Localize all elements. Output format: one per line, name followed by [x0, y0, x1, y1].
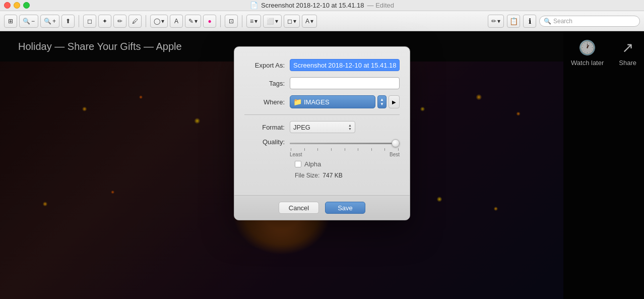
annotation-btn[interactable]: ✎▾ — [185, 15, 201, 28]
alpha-label: Alpha — [304, 160, 321, 168]
window-title: 📄 Screenshot 2018-12-10 at 15.41.18 — Ed… — [250, 2, 394, 9]
export-as-row: Export As: — [244, 59, 400, 71]
select-tool-btn[interactable]: ◻ — [83, 15, 96, 28]
quality-row: Quality: — [244, 138, 400, 157]
title-icon: 📄 — [250, 2, 258, 9]
color-icon: ● — [208, 18, 211, 25]
style-btn[interactable]: ◻▾ — [284, 15, 300, 28]
clipboard-icon: 📋 — [509, 17, 518, 25]
minus-icon: − — [31, 18, 35, 25]
modal-divider — [244, 114, 400, 115]
pen-btn[interactable]: 🖊 — [128, 15, 142, 28]
plus-icon: + — [52, 18, 56, 25]
format-stepper[interactable]: ▲ ▼ — [348, 124, 352, 131]
alpha-checkbox[interactable] — [295, 161, 301, 167]
modal-body: Export As: Tags: Where: 📁 IMAGES — [234, 47, 410, 195]
up-arrow-icon: ▲ — [380, 97, 384, 102]
inspector-btn[interactable]: ✏▾ — [488, 15, 504, 28]
slider-labels: Least Best — [290, 152, 400, 157]
minimize-button[interactable] — [14, 2, 20, 9]
annotation-icon: ✎ — [188, 18, 194, 25]
separator-4 — [242, 15, 242, 27]
format-up-icon: ▲ — [348, 124, 352, 127]
clipboard-btn[interactable]: 📋 — [507, 15, 520, 28]
tick-4 — [331, 148, 332, 151]
style-icon: ◻ — [287, 18, 292, 25]
close-button[interactable] — [4, 2, 11, 9]
modal-overlay: Export As: Tags: Where: 📁 IMAGES — [0, 31, 644, 299]
view-icon: ⊞ — [8, 18, 13, 25]
tick-9 — [398, 148, 399, 151]
down-arrow-icon: ▼ — [380, 102, 384, 106]
filesize-row: File Size: 747 KB — [244, 172, 400, 179]
where-row: Where: 📁 IMAGES ▲ ▼ ▶ — [244, 95, 400, 108]
tick-8 — [384, 148, 385, 151]
save-button[interactable]: Save — [325, 202, 365, 214]
export-as-label: Export As: — [244, 62, 290, 69]
quality-least-label: Least — [290, 152, 302, 157]
maximize-button[interactable] — [23, 2, 30, 9]
shape-icon: ◯ — [154, 18, 160, 25]
share-toolbar-icon: ⬆ — [66, 18, 71, 25]
align-icon: ≡ — [250, 18, 253, 25]
slider-thumb[interactable] — [392, 139, 400, 147]
cancel-button[interactable]: Cancel — [279, 202, 319, 214]
tick-1 — [291, 148, 291, 151]
filesize-value: 747 KB — [323, 172, 342, 179]
format-value: JPEG — [293, 124, 310, 131]
zoom-out-btn[interactable]: 🔍 − — [19, 15, 38, 28]
text-btn[interactable]: A — [170, 15, 183, 28]
where-select-wrapper: 📁 IMAGES ▲ ▼ ▶ — [290, 95, 400, 108]
zoom-in-btn[interactable]: 🔍 + — [40, 15, 59, 28]
separator-1 — [79, 15, 79, 27]
quality-label: Quality: — [244, 138, 290, 146]
share-toolbar-btn[interactable]: ⬆ — [61, 15, 75, 28]
traffic-lights — [4, 2, 30, 9]
info-icon: ℹ — [529, 17, 531, 25]
search-bar[interactable]: 🔍 Search — [539, 16, 640, 27]
filesize-label: File Size: — [295, 172, 319, 179]
title-bar: 📄 Screenshot 2018-12-10 at 15.41.18 — Ed… — [0, 0, 644, 11]
format-select[interactable]: JPEG ▲ ▼ — [290, 121, 355, 133]
tags-input[interactable] — [290, 77, 400, 89]
format-down-icon: ▼ — [348, 127, 352, 131]
color-btn[interactable]: ● — [203, 15, 216, 28]
border-btn[interactable]: ⬜▾ — [263, 15, 282, 28]
where-label: Where: — [244, 98, 290, 106]
where-select[interactable]: 📁 IMAGES — [290, 95, 375, 108]
align-btn[interactable]: ≡▾ — [246, 15, 261, 28]
shape-btn[interactable]: ◯▾ — [150, 15, 168, 28]
text-icon: A — [174, 18, 178, 25]
pencil-icon: ✏ — [117, 18, 122, 25]
export-dialog: Export As: Tags: Where: 📁 IMAGES — [234, 46, 410, 220]
quality-slider-area: Least Best — [290, 138, 400, 157]
export-as-input[interactable] — [290, 59, 400, 71]
toolbar: ⊞ 🔍 − 🔍 + ⬆ ◻ ✦ ✏ 🖊 ◯▾ A ✎▾ ● ⊡ ≡▾ ⬜▾ — [0, 11, 644, 31]
alpha-row: Alpha — [244, 160, 400, 168]
lasso-btn[interactable]: ✦ — [98, 15, 111, 28]
folder-icon: 📁 — [293, 98, 302, 106]
slider-track — [290, 138, 400, 148]
tick-7 — [371, 148, 372, 151]
toolbar-right: ✏▾ 📋 ℹ 🔍 Search — [488, 15, 640, 28]
format-row: Format: JPEG ▲ ▼ — [244, 121, 400, 133]
zoom-out-icon: 🔍 — [23, 18, 30, 25]
crop-btn[interactable]: ⊡ — [225, 15, 238, 28]
separator-2 — [146, 15, 146, 27]
search-placeholder: Search — [553, 18, 572, 25]
where-stepper[interactable]: ▲ ▼ — [377, 95, 387, 108]
pen-icon: 🖊 — [132, 18, 138, 25]
crop-icon: ⊡ — [229, 18, 234, 25]
search-icon: 🔍 — [544, 18, 551, 25]
zoom-in-icon: 🔍 — [44, 18, 51, 25]
font-icon: A — [305, 18, 309, 25]
tick-2 — [304, 148, 305, 151]
select-icon: ◻ — [87, 18, 92, 25]
slider-ticks — [290, 148, 400, 151]
tick-5 — [345, 148, 345, 151]
view-toggle-btn[interactable]: ⊞ — [4, 15, 17, 28]
expand-btn[interactable]: ▶ — [389, 95, 400, 108]
info-btn[interactable]: ℹ — [523, 15, 536, 28]
font-btn[interactable]: A▾ — [302, 15, 317, 28]
pencil-btn[interactable]: ✏ — [113, 15, 126, 28]
